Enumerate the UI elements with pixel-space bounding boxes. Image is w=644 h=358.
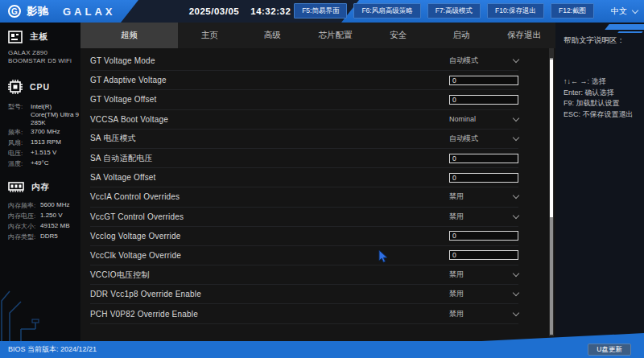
bios-screen: G 影驰 GALAX 2025/03/05 14:32:32 F5:简易界面F6… xyxy=(0,0,644,358)
setting-dropdown[interactable]: 禁用 xyxy=(449,309,518,319)
settings-row: VccIog Voltage Override0 xyxy=(90,227,518,246)
circuit-trace-decoration xyxy=(0,269,56,341)
usb-update-button[interactable]: U盘更新 xyxy=(588,344,631,356)
language-selector[interactable]: 中文 xyxy=(611,0,638,23)
date-text: 2025/03/05 xyxy=(189,6,240,16)
stat-key: 内存大小: xyxy=(8,221,40,232)
setting-dropdown[interactable]: 自动模式 xyxy=(449,134,518,144)
setting-label: VCCSA Boot Voltage xyxy=(90,115,449,124)
setting-label: GT Adaptive Voltage xyxy=(90,76,449,84)
memory-stats: 内存频率:5600 MHz内存电压:1.250 V内存大小:49152 MB内存… xyxy=(0,199,80,242)
setting-dropdown[interactable]: 禁用 xyxy=(449,212,518,222)
setting-input[interactable]: 0 xyxy=(449,154,518,163)
board-section: 主板 xyxy=(0,23,80,43)
dropdown-value: 自动模式 xyxy=(449,56,478,66)
galax-logo-icon: G xyxy=(8,5,21,18)
main-panel: 超频主页高级芯片配置安全启动保存退出 GT Voltage Mode自动模式GT… xyxy=(80,23,555,341)
setting-dropdown[interactable]: 禁用 xyxy=(449,270,518,280)
stat-value: +1.515 V xyxy=(31,148,56,158)
tab-bar: 超频主页高级芯片配置安全启动保存退出 xyxy=(80,23,555,48)
settings-row: VccClk Voltage Override0 xyxy=(90,246,518,265)
help-line: Enter: 确认选择 xyxy=(564,88,644,99)
function-key-buttons: F5:简易界面F6:风扇高级策略F7:高级模式F10:保存退出F12:截图 xyxy=(294,3,594,19)
brand-en: GALAX xyxy=(63,6,116,18)
language-label: 中文 xyxy=(611,6,627,17)
board-name: GALAX Z890 BOOMSTAR D5 WiFi xyxy=(0,49,80,65)
settings-row: GT Voltage Offset0 xyxy=(90,90,518,109)
stat-key: 频率: xyxy=(8,127,31,138)
setting-input[interactable]: 0 xyxy=(449,231,518,241)
settings-row: VccGT Control Overrides禁用 xyxy=(90,208,518,227)
setting-dropdown[interactable]: 禁用 xyxy=(449,191,518,202)
stat-key: 风扇: xyxy=(8,138,31,148)
fkey-button[interactable]: F10:保存退出 xyxy=(487,3,544,19)
tab-启动[interactable]: 启动 xyxy=(430,23,493,48)
settings-row: VCCSA Boot VoltageNominal xyxy=(90,110,518,130)
hardware-sidebar: 主板 GALAX Z890 BOOMSTAR D5 WiFi CPU 型号:In… xyxy=(0,23,80,341)
tab-高级[interactable]: 高级 xyxy=(241,23,303,48)
stat-key: 型号: xyxy=(8,101,31,112)
tab-安全[interactable]: 安全 xyxy=(367,23,430,48)
stat-value: +49°C xyxy=(31,158,49,169)
stat-row: 风扇:1513 RPM xyxy=(8,138,79,148)
settings-list: GT Voltage Mode自动模式GT Adaptive Voltage0G… xyxy=(80,48,555,324)
fkey-button[interactable]: F12:截图 xyxy=(551,3,594,19)
help-line: F9: 加载默认设置 xyxy=(564,98,644,109)
dropdown-value: 禁用 xyxy=(449,270,464,280)
setting-input[interactable]: 0 xyxy=(449,76,518,85)
bios-version-label: BIOS 当前版本: 2024/12/21 xyxy=(8,341,97,358)
setting-label: DDR Vcc1p8 Override Enable xyxy=(90,290,449,298)
cpu-section-title: CPU xyxy=(30,82,50,92)
setting-label: SA 电压模式 xyxy=(90,133,449,144)
fkey-button[interactable]: F7:高级模式 xyxy=(427,3,481,19)
settings-row: SA Voltage Offset0 xyxy=(90,168,518,187)
stat-row: 内存频率:5600 MHz xyxy=(8,200,79,211)
dropdown-value: 禁用 xyxy=(449,212,464,222)
memory-section-title: 内存 xyxy=(31,182,50,193)
setting-input[interactable]: 0 xyxy=(449,173,518,183)
bottom-bar: BIOS 当前版本: 2024/12/21 U盘更新 xyxy=(0,341,644,358)
scrollbar-thumb[interactable] xyxy=(550,60,553,217)
setting-input[interactable]: 0 xyxy=(449,250,518,260)
chevron-down-icon xyxy=(513,212,519,218)
scrollbar-track[interactable] xyxy=(549,48,554,336)
help-line: ↑↓← →: 选择 xyxy=(564,76,644,88)
setting-dropdown[interactable]: 自动模式 xyxy=(449,56,518,66)
time-text: 14:32:32 xyxy=(250,6,291,16)
settings-row: PCH V0P82 Override Enable禁用 xyxy=(90,304,518,323)
fkey-button[interactable]: F6:风扇高级策略 xyxy=(353,3,420,19)
setting-label: VCCIO电压控制 xyxy=(90,270,449,281)
brand-cn: 影驰 xyxy=(27,4,49,19)
chevron-down-icon xyxy=(513,290,519,296)
chevron-down-icon xyxy=(513,192,519,199)
setting-dropdown[interactable]: 禁用 xyxy=(449,289,518,299)
setting-label: GT Voltage Mode xyxy=(90,56,449,65)
dropdown-value: Nominal xyxy=(449,115,476,123)
setting-input[interactable]: 0 xyxy=(449,95,518,105)
cpu-section: CPU xyxy=(0,65,80,94)
tab-芯片配置[interactable]: 芯片配置 xyxy=(303,23,366,48)
setting-dropdown[interactable]: Nominal xyxy=(449,115,518,123)
setting-label: SA 自动适配电压 xyxy=(90,153,449,164)
tab-主页[interactable]: 主页 xyxy=(178,23,241,48)
stat-row: 型号:Intel(R) Core(TM) Ultra 9 285K xyxy=(8,101,79,127)
memory-section: 内存 xyxy=(0,169,80,193)
fkey-button[interactable]: F5:简易界面 xyxy=(294,3,347,19)
stat-key: 内存电压: xyxy=(8,211,40,221)
stat-value: 49152 MB xyxy=(40,221,69,232)
stat-value: DDR5 xyxy=(40,232,58,242)
setting-label: VccIog Voltage Override xyxy=(90,232,449,241)
stat-key: 内存类型: xyxy=(8,232,40,242)
setting-label: VccIA Control Overrides xyxy=(90,192,449,201)
dropdown-value: 禁用 xyxy=(449,309,464,319)
stat-row: 电压:+1.515 V xyxy=(8,148,79,158)
stat-row: 内存大小:49152 MB xyxy=(8,221,79,232)
tab-超频[interactable]: 超频 xyxy=(80,23,178,48)
stat-row: 内存类型:DDR5 xyxy=(8,232,79,242)
settings-row: GT Voltage Mode自动模式 xyxy=(90,51,518,71)
top-bar: G 影驰 GALAX 2025/03/05 14:32:32 F5:简易界面F6… xyxy=(0,0,644,23)
tab-保存退出[interactable]: 保存退出 xyxy=(493,23,555,48)
cpu-icon xyxy=(8,80,23,94)
setting-label: GT Voltage Offset xyxy=(90,95,449,104)
stat-value: Intel(R) Core(TM) Ultra 9 285K xyxy=(31,101,79,127)
